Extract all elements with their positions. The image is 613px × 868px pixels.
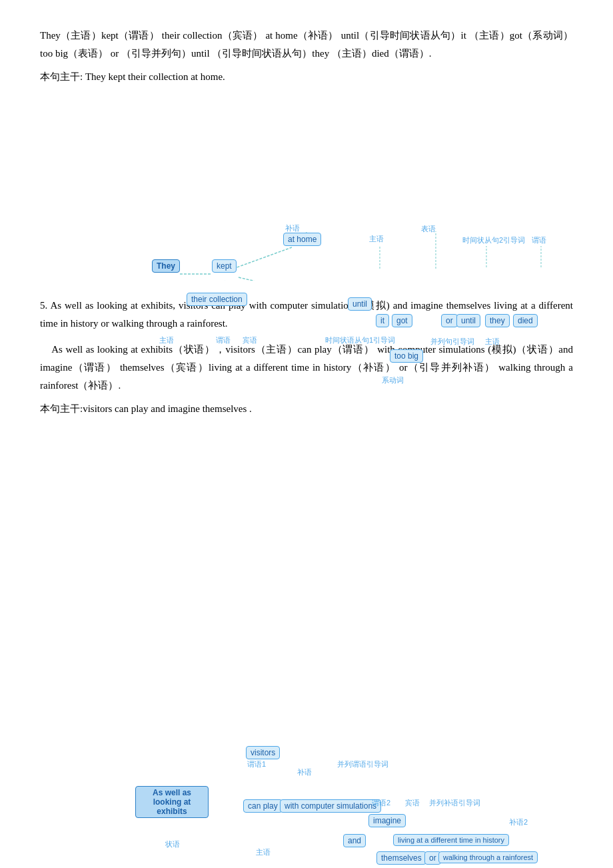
section5-para2-indent (40, 344, 51, 355)
node-aswellas: As well as looking at exhibits (135, 786, 209, 818)
node-they2: they (485, 314, 510, 327)
label-buyu1: 补语 (281, 222, 304, 235)
label-xidongci: 系动词 (378, 374, 408, 387)
label2-zhuyu: 主语 (252, 846, 275, 859)
label-biaoyu: 表语 (417, 223, 440, 235)
node-until2: until (456, 314, 480, 327)
section5-paragraph2: As well as looking at exhibits（状语），visit… (40, 341, 573, 395)
label-zhuyu1: 主语 (155, 334, 178, 347)
node-too-big: too big (390, 349, 423, 363)
label-zhuyu3: 主语 (481, 335, 504, 348)
node-kept: kept (212, 259, 237, 273)
node-and: and (343, 834, 366, 847)
node-visitors: visitors (246, 746, 280, 759)
node-died: died (513, 314, 538, 327)
label2-buyu-a: 补语 (293, 766, 316, 779)
node-until1: until (348, 297, 372, 311)
label2-yuyu1: 谓语1 (243, 758, 270, 771)
node-living: living at a different time in history (393, 834, 509, 846)
node-with-computer: with computer simulations (280, 799, 381, 813)
label-yuyu2: 谓语 (528, 234, 550, 247)
section4-paragraph: They（主语）kept（谓语） their collection（宾语） at… (40, 27, 573, 63)
label2-zhuangtai: 状语 (161, 838, 184, 851)
label2-binyu: 宾语 (401, 797, 424, 809)
label2-yuyu2: 谓语2 (368, 797, 394, 809)
diagram2-arrows (40, 426, 573, 639)
node-got: got (392, 314, 412, 327)
node-at-home: at home (283, 233, 321, 246)
node-themselves: themselves (376, 851, 426, 865)
node-their-collection: their collection (187, 293, 247, 306)
label-yuyu1: 谓语 (212, 334, 235, 347)
node-imagine: imagine (368, 814, 406, 827)
label-binyu1: 宾语 (239, 334, 261, 347)
label2-buyu2: 补语2 (505, 816, 532, 829)
section4-summary: 本句主干: They kept their collection at home… (40, 71, 573, 83)
label-sjzycj1: 时间状语从句1引导词 (321, 334, 399, 347)
node-they: They (152, 259, 180, 273)
svg-line-2 (233, 247, 292, 269)
svg-line-3 (239, 277, 356, 281)
node-it: it (376, 314, 389, 327)
node-can-play: can play (243, 799, 283, 813)
diagram2: As well as looking at exhibits visitors … (40, 426, 573, 639)
diagram1: They kept their collection at home until… (40, 94, 573, 281)
node-walking: walking through a rainforest (438, 851, 538, 863)
node-or: or (441, 314, 458, 327)
label2-blbuyuyd: 并列补语引导词 (425, 797, 484, 809)
label-sjzycj2: 时间状从句2引导词 (458, 234, 529, 247)
label-bljlyd: 并列句引导词 (426, 335, 478, 348)
diagram1-arrows (40, 94, 573, 281)
label2-blyuyuyd: 并列谓语引导词 (333, 758, 392, 771)
label-zhuyu2: 主语 (365, 233, 388, 245)
section5-summary: 本句主干:visitors can play and imagine thems… (40, 403, 573, 415)
